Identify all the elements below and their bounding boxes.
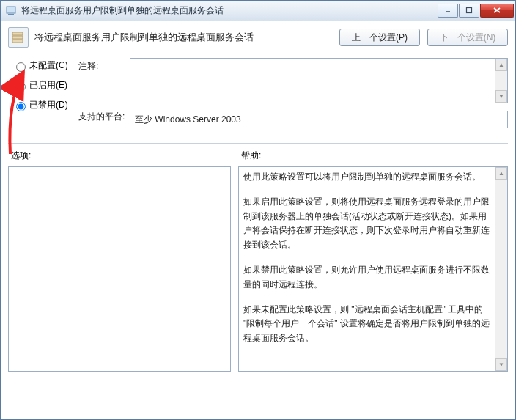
radio-enabled-label: 已启用(E) xyxy=(29,79,67,92)
help-p1: 使用此策略设置可以将用户限制到单独的远程桌面服务会话。 xyxy=(243,170,494,185)
help-pane: 使用此策略设置可以将用户限制到单独的远程桌面服务会话。 如果启用此策略设置，则将… xyxy=(238,166,508,372)
policy-title: 将远程桌面服务用户限制到单独的远程桌面服务会话 xyxy=(34,31,332,44)
radio-notconfigured[interactable]: 未配置(C) xyxy=(12,59,78,72)
radio-enabled-input[interactable] xyxy=(16,82,26,92)
state-radios: 未配置(C) 已启用(E) 已禁用(D) xyxy=(8,58,78,119)
help-text: 使用此策略设置可以将用户限制到单独的远程桌面服务会话。 如果启用此策略设置，则将… xyxy=(243,170,494,368)
svg-rect-1 xyxy=(8,14,14,15)
svg-rect-7 xyxy=(12,36,23,39)
radio-disabled-label: 已禁用(D) xyxy=(29,99,68,111)
help-scrollbar[interactable]: ▲ ▼ xyxy=(495,167,507,371)
svg-rect-8 xyxy=(12,40,23,43)
help-p3: 如果禁用此策略设置，则允许用户使用远程桌面服务进行不限数量的同时远程连接。 xyxy=(243,263,494,292)
radio-notconfigured-input[interactable] xyxy=(16,62,26,72)
previous-setting-button[interactable]: 上一个设置(P) xyxy=(339,29,420,46)
help-p4: 如果未配置此策略设置，则 "远程桌面会话主机配置" 工具中的 "限制每个用户一个… xyxy=(243,303,494,346)
platform-label: 支持的平台: xyxy=(78,111,130,123)
close-button[interactable] xyxy=(480,4,514,18)
radio-disabled[interactable]: 已禁用(D) xyxy=(12,99,78,111)
comment-scrollbar[interactable]: ▲ ▼ xyxy=(495,59,507,103)
next-setting-button: 下一个设置(N) xyxy=(427,29,508,46)
radio-notconfigured-label: 未配置(C) xyxy=(29,59,68,72)
minimize-button[interactable] xyxy=(438,4,458,18)
comment-label: 注释: xyxy=(78,58,130,73)
platform-field: 至少 Windows Server 2003 xyxy=(130,111,508,128)
header: 将远程桌面服务用户限制到单独的远程桌面服务会话 上一个设置(P) 下一个设置(N… xyxy=(8,27,508,48)
titlebar: 将远程桌面服务用户限制到单独的远程桌面服务会话 xyxy=(1,1,515,21)
radio-enabled[interactable]: 已启用(E) xyxy=(12,79,78,92)
scroll-up-icon[interactable]: ▲ xyxy=(495,59,507,71)
scroll-down-icon[interactable]: ▼ xyxy=(495,358,507,371)
options-pane xyxy=(8,166,231,372)
policy-icon xyxy=(8,27,29,48)
help-p2: 如果启用此策略设置，则将使用远程桌面服务远程登录的用户限制到该服务器上的单独会话… xyxy=(243,195,494,253)
window-title: 将远程桌面服务用户限制到单独的远程桌面服务会话 xyxy=(21,4,437,17)
scroll-down-icon[interactable]: ▼ xyxy=(495,90,507,103)
maximize-button[interactable] xyxy=(459,4,479,18)
app-icon xyxy=(5,5,17,17)
scroll-up-icon[interactable]: ▲ xyxy=(495,167,507,180)
help-label: 帮助: xyxy=(237,150,261,162)
options-label: 选项: xyxy=(8,150,237,162)
radio-disabled-input[interactable] xyxy=(16,102,26,111)
svg-rect-6 xyxy=(12,32,23,35)
divider xyxy=(8,143,508,144)
svg-rect-3 xyxy=(467,8,472,13)
window-controls xyxy=(437,4,514,18)
comment-textarea[interactable]: ▲ ▼ xyxy=(130,58,508,103)
svg-rect-0 xyxy=(7,7,15,13)
content: 将远程桌面服务用户限制到单独的远程桌面服务会话 上一个设置(P) 下一个设置(N… xyxy=(1,21,515,379)
